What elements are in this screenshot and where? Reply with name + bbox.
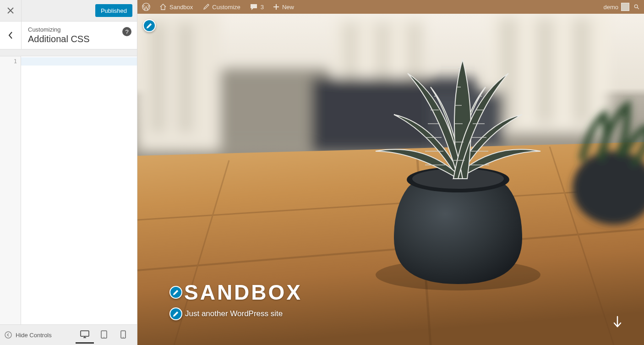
customizer-topbar: Published — [0, 0, 137, 22]
edit-header-shortcut[interactable] — [143, 19, 156, 32]
tablet-preview-button[interactable] — [95, 326, 113, 344]
mobile-icon — [120, 330, 126, 339]
brush-icon — [202, 3, 209, 11]
collapse-left-icon — [5, 331, 12, 339]
help-icon: ? — [125, 28, 128, 35]
avatar — [621, 3, 629, 11]
chevron-left-icon — [8, 31, 13, 39]
svg-point-5 — [123, 337, 124, 338]
close-icon — [7, 7, 14, 14]
hero-branding: SANDBOX Just another WordPress site — [169, 280, 302, 320]
svg-point-0 — [5, 332, 11, 338]
site-tagline: Just another WordPress site — [185, 309, 283, 318]
site-name-label: Sandbox — [169, 4, 193, 11]
device-preview-toggle — [76, 326, 132, 344]
new-content-link[interactable]: New — [268, 0, 299, 14]
comment-count: 3 — [261, 4, 264, 11]
svg-point-7 — [634, 5, 638, 8]
svg-rect-18 — [536, 18, 554, 124]
wp-admin-bar: Sandbox Customize 3 New demo — [137, 0, 644, 14]
site-preview: Sandbox Customize 3 New demo — [137, 0, 644, 345]
css-editor: 1 — [0, 56, 137, 324]
svg-rect-11 — [179, 23, 192, 133]
editor-gutter: 1 — [0, 56, 21, 324]
desktop-preview-button[interactable] — [76, 326, 94, 344]
search-icon — [634, 3, 639, 11]
search-toggle[interactable] — [634, 0, 644, 14]
new-label: New — [282, 4, 294, 11]
hide-controls-label: Hide Controls — [16, 332, 52, 339]
edit-tagline-shortcut[interactable] — [169, 307, 182, 320]
site-name-link[interactable]: Sandbox — [155, 0, 197, 14]
close-customizer-button[interactable] — [0, 0, 22, 21]
scroll-down-button[interactable] — [608, 313, 627, 331]
desktop-icon — [80, 330, 89, 339]
section-title: Additional CSS — [28, 34, 131, 44]
svg-point-3 — [104, 337, 104, 338]
topbar-spacer — [22, 0, 91, 21]
pencil-icon — [173, 311, 179, 317]
section-heading: Customizing Additional CSS ? — [22, 22, 137, 49]
customizing-label: Customizing — [28, 26, 131, 33]
arrow-down-icon — [612, 316, 623, 329]
active-line-highlight — [21, 57, 137, 66]
mobile-preview-button[interactable] — [114, 326, 132, 344]
pencil-icon — [146, 22, 153, 29]
tablet-icon — [100, 330, 108, 339]
wordpress-icon — [142, 3, 150, 11]
hide-controls-button[interactable]: Hide Controls — [5, 331, 71, 339]
wp-logo-menu[interactable] — [137, 0, 155, 14]
pencil-icon — [173, 289, 179, 296]
edit-site-title-shortcut[interactable] — [169, 286, 182, 299]
hero-section: SANDBOX Just another WordPress site — [137, 14, 644, 345]
help-button[interactable]: ? — [122, 27, 131, 36]
customize-link[interactable]: Customize — [197, 0, 245, 14]
svg-rect-19 — [573, 18, 591, 124]
comments-link[interactable]: 3 — [245, 0, 268, 14]
user-account-link[interactable]: demo — [599, 0, 634, 14]
home-icon — [159, 3, 167, 11]
customizer-section-header: Customizing Additional CSS ? — [0, 22, 137, 49]
publish-button[interactable]: Published — [95, 4, 132, 17]
css-textarea[interactable] — [21, 66, 137, 324]
user-name-label: demo — [603, 4, 618, 11]
editor-code-area — [21, 56, 137, 324]
comment-icon — [250, 3, 258, 11]
customizer-panel: Published Customizing Additional CSS ? 1… — [0, 0, 137, 345]
plus-icon — [273, 4, 279, 10]
back-button[interactable] — [0, 22, 22, 49]
customize-label: Customize — [212, 4, 240, 11]
svg-rect-1 — [81, 331, 89, 336]
line-number: 1 — [0, 57, 21, 66]
customizer-footer: Hide Controls — [0, 324, 137, 345]
svg-rect-10 — [151, 23, 165, 133]
site-title[interactable]: SANDBOX — [184, 280, 302, 305]
